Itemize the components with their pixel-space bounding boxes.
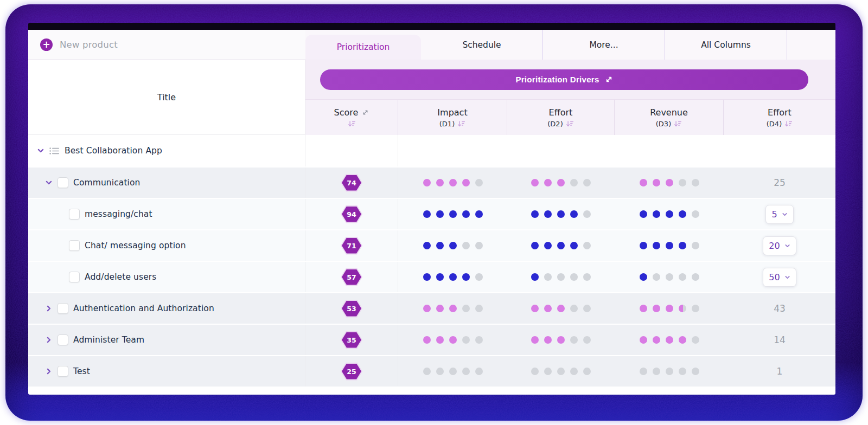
rating-dot[interactable]	[462, 179, 470, 186]
rating-dot[interactable]	[666, 273, 673, 281]
column-header-impact-1[interactable]: Impact(D1)	[398, 100, 507, 135]
row-checkbox[interactable]	[69, 209, 80, 220]
rating-dot[interactable]	[557, 368, 565, 375]
rating-dot[interactable]	[679, 273, 686, 281]
rating-dot[interactable]	[583, 273, 591, 281]
rating-dot[interactable]	[475, 242, 483, 249]
rating-dot[interactable]	[570, 368, 578, 375]
row-title[interactable]: Best Collaboration App	[65, 146, 162, 156]
rating-dot[interactable]	[570, 179, 578, 186]
row-title[interactable]: Test	[73, 366, 90, 376]
tab-all-columns[interactable]: All Columns	[665, 30, 787, 60]
row-title[interactable]: Administer Team	[73, 335, 144, 345]
rating-dot[interactable]	[570, 242, 578, 249]
row-title[interactable]: Communication	[73, 178, 140, 188]
prioritization-drivers-button[interactable]: Prioritization Drivers	[320, 69, 808, 90]
row-checkbox[interactable]	[69, 272, 80, 282]
rating-dot[interactable]	[544, 368, 552, 375]
rating-dot[interactable]	[531, 210, 539, 218]
rating-dot[interactable]	[653, 336, 660, 344]
rating-dot[interactable]	[692, 273, 699, 281]
rating-dot[interactable]	[544, 210, 552, 218]
rating-dot[interactable]	[570, 336, 578, 344]
rating-dot[interactable]	[531, 305, 539, 312]
rating-dot[interactable]	[544, 242, 552, 249]
rating-dot[interactable]	[653, 273, 660, 281]
rating-dot[interactable]	[653, 305, 660, 312]
chevron-right-icon[interactable]	[45, 368, 53, 375]
rating-dot[interactable]	[583, 210, 591, 218]
rating-dot[interactable]	[449, 368, 457, 375]
rating-dot[interactable]	[666, 368, 673, 375]
rating-dot[interactable]	[666, 336, 673, 344]
rating-dot[interactable]	[462, 210, 470, 218]
rating-dot[interactable]	[692, 305, 699, 312]
rating-dot[interactable]	[557, 242, 565, 249]
tab-prioritization[interactable]: Prioritization	[305, 35, 421, 60]
rating-dot[interactable]	[692, 210, 699, 218]
rating-dot[interactable]	[462, 242, 470, 249]
rating-dot[interactable]	[692, 368, 699, 375]
row-title[interactable]: Authentication and Authorization	[73, 304, 214, 313]
rating-dot[interactable]	[557, 273, 565, 281]
rating-dot[interactable]	[449, 179, 457, 186]
chevron-down-icon[interactable]	[37, 147, 44, 154]
rating-dot[interactable]	[423, 305, 431, 312]
row-checkbox[interactable]	[58, 303, 68, 314]
rating-dot[interactable]	[475, 336, 483, 344]
rating-dot[interactable]	[679, 305, 686, 312]
rating-dot[interactable]	[640, 210, 647, 218]
rating-dot[interactable]	[423, 336, 431, 344]
rating-dot[interactable]	[531, 368, 539, 375]
rating-dot[interactable]	[475, 368, 483, 375]
rating-dot[interactable]	[436, 179, 444, 186]
rating-dot[interactable]	[557, 210, 565, 218]
rating-dot[interactable]	[640, 242, 647, 249]
rating-dot[interactable]	[640, 273, 647, 281]
rating-dot[interactable]	[449, 273, 457, 281]
row-title[interactable]: messaging/chat	[85, 209, 152, 219]
chevron-down-icon[interactable]	[45, 179, 53, 186]
rating-dot[interactable]	[557, 336, 565, 344]
rating-dot[interactable]	[436, 273, 444, 281]
rating-dot[interactable]	[570, 305, 578, 312]
rating-dot[interactable]	[436, 368, 444, 375]
row-checkbox[interactable]	[69, 240, 80, 251]
rating-dot[interactable]	[570, 210, 578, 218]
rating-dot[interactable]	[449, 210, 457, 218]
rating-dot[interactable]	[436, 242, 444, 249]
chevron-right-icon[interactable]	[45, 305, 53, 312]
new-product-button[interactable]: + New product	[28, 30, 305, 60]
rating-dot[interactable]	[653, 368, 660, 375]
rating-dot[interactable]	[423, 179, 431, 186]
rating-dot[interactable]	[583, 368, 591, 375]
rating-dot[interactable]	[531, 336, 539, 344]
row-checkbox[interactable]	[58, 177, 68, 188]
rating-dot[interactable]	[436, 305, 444, 312]
rating-dot[interactable]	[653, 179, 660, 186]
rating-dot[interactable]	[462, 305, 470, 312]
rating-dot[interactable]	[679, 368, 686, 375]
rating-dot[interactable]	[679, 179, 686, 186]
rating-dot[interactable]	[544, 179, 552, 186]
rating-dot[interactable]	[666, 305, 673, 312]
rating-dot[interactable]	[692, 242, 699, 249]
rating-dot[interactable]	[531, 273, 539, 281]
row-checkbox[interactable]	[58, 366, 68, 377]
rating-dot[interactable]	[679, 210, 686, 218]
rating-dot[interactable]	[666, 242, 673, 249]
rating-dot[interactable]	[475, 179, 483, 186]
rating-dot[interactable]	[692, 179, 699, 186]
rating-dot[interactable]	[423, 210, 431, 218]
rating-dot[interactable]	[570, 273, 578, 281]
rating-dot[interactable]	[436, 210, 444, 218]
column-header-revenue-3[interactable]: Revenue(D3)	[615, 100, 724, 135]
rating-dot[interactable]	[462, 273, 470, 281]
rating-dot[interactable]	[557, 305, 565, 312]
rating-dot[interactable]	[531, 179, 539, 186]
tab-schedule[interactable]: Schedule	[421, 30, 543, 60]
rating-dot[interactable]	[436, 336, 444, 344]
rating-dot[interactable]	[423, 368, 431, 375]
rating-dot[interactable]	[544, 273, 552, 281]
rating-dot[interactable]	[557, 179, 565, 186]
